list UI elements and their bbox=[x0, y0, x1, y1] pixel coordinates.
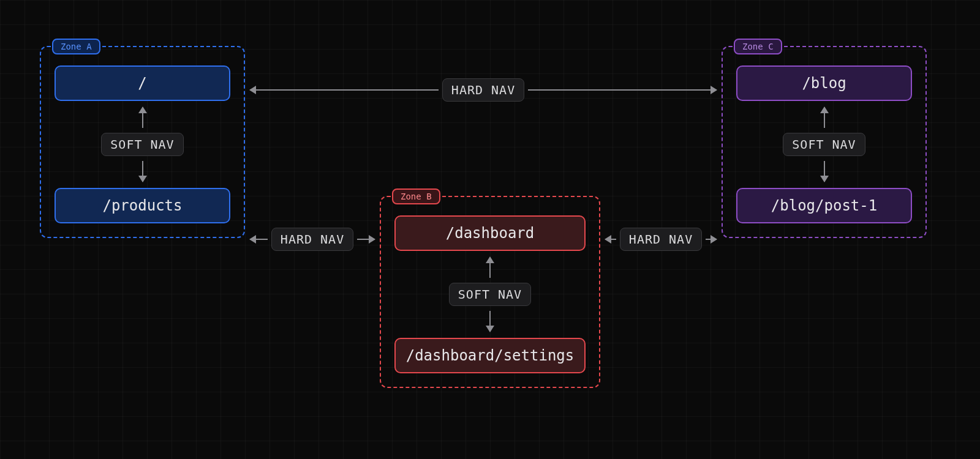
arrow-right-icon bbox=[357, 239, 375, 240]
zone-a: Zone A / SOFT NAV /products bbox=[40, 46, 245, 238]
soft-nav-pill: SOFT NAV bbox=[101, 133, 183, 156]
arrow-up-icon bbox=[142, 107, 143, 128]
arrow-down-icon bbox=[142, 161, 143, 182]
hard-nav-pill: HARD NAV bbox=[442, 78, 524, 102]
hard-nav-a-c: HARD NAV bbox=[250, 78, 717, 102]
arrow-left-icon bbox=[250, 239, 268, 240]
zone-b-label: Zone B bbox=[392, 188, 440, 204]
hard-nav-b-c: HARD NAV bbox=[605, 228, 717, 251]
route-blog: /blog bbox=[736, 65, 912, 101]
soft-nav-c: SOFT NAV bbox=[736, 107, 912, 182]
zone-a-label: Zone A bbox=[52, 39, 100, 54]
zone-c-label: Zone C bbox=[734, 39, 782, 54]
arrow-right-icon bbox=[528, 89, 717, 91]
soft-nav-a: SOFT NAV bbox=[55, 107, 230, 182]
route-root: / bbox=[55, 65, 230, 101]
hard-nav-pill: HARD NAV bbox=[271, 228, 353, 251]
route-dashboard-settings: /dashboard/settings bbox=[394, 338, 586, 373]
soft-nav-pill: SOFT NAV bbox=[449, 283, 531, 306]
diagram-canvas: Zone A / SOFT NAV /products Zone B /dash… bbox=[0, 0, 980, 459]
hard-nav-a-b: HARD NAV bbox=[250, 228, 375, 251]
arrow-down-icon bbox=[824, 161, 825, 182]
route-products: /products bbox=[55, 188, 230, 223]
arrow-left-icon bbox=[250, 89, 439, 91]
arrow-right-icon bbox=[706, 239, 717, 240]
soft-nav-b: SOFT NAV bbox=[394, 257, 586, 332]
arrow-left-icon bbox=[605, 239, 616, 240]
soft-nav-pill: SOFT NAV bbox=[783, 133, 865, 156]
arrow-down-icon bbox=[489, 311, 491, 332]
arrow-up-icon bbox=[824, 107, 825, 128]
route-dashboard: /dashboard bbox=[394, 215, 586, 251]
hard-nav-pill: HARD NAV bbox=[620, 228, 702, 251]
zone-b: Zone B /dashboard SOFT NAV /dashboard/se… bbox=[380, 196, 600, 388]
route-blog-post-1: /blog/post-1 bbox=[736, 188, 912, 223]
arrow-up-icon bbox=[489, 257, 491, 278]
zone-c: Zone C /blog SOFT NAV /blog/post-1 bbox=[722, 46, 927, 238]
